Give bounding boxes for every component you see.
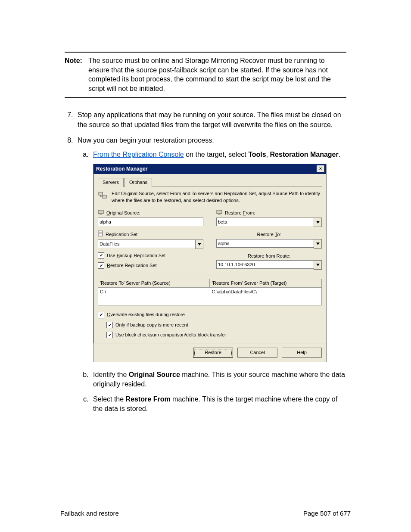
note-label: Note: — [65, 56, 88, 93]
note-bottom-rule — [65, 97, 346, 98]
restore-to-combo[interactable] — [216, 239, 322, 249]
step-7: Stop any applications that may be runnin… — [75, 110, 346, 130]
step-8b-bold: Original Source — [129, 371, 180, 378]
restore-repl-checkbox-row[interactable]: ✔ Restore Replication Set — [98, 262, 203, 269]
help-button[interactable]: Help — [282, 348, 322, 358]
chevron-down-icon[interactable] — [195, 240, 203, 249]
checkbox-icon[interactable]: ✔ — [98, 262, 104, 269]
restore-from-label: Restore From: — [216, 210, 322, 217]
svg-rect-11 — [217, 210, 222, 214]
step-8a-restmgr: Restoration Manager — [270, 151, 339, 158]
svg-marker-15 — [316, 264, 320, 266]
restore-route-combo[interactable] — [216, 260, 322, 270]
replication-console-link[interactable]: From the Replication Console — [93, 151, 184, 158]
path-headers: 'Restore To' Server Path (Source) 'Resto… — [98, 279, 322, 288]
step-8a: From the Replication Console on the targ… — [90, 150, 346, 362]
only-recent-label: Only if backup copy is more recent — [115, 322, 188, 328]
restore-to-input[interactable] — [216, 239, 314, 248]
step-7-text: Stop any applications that may be runnin… — [78, 111, 341, 128]
dialog-title: Restoration Manager — [96, 165, 147, 173]
original-source-input[interactable] — [98, 218, 203, 226]
dialog-titlebar[interactable]: Restoration Manager × — [93, 164, 326, 174]
chevron-down-icon[interactable] — [314, 239, 322, 249]
restore-to-label: Restore To: — [216, 231, 322, 238]
sub-list: From the Replication Console on the targ… — [78, 150, 346, 414]
replication-set-label: Replication Set: — [98, 230, 203, 238]
restoration-manager-dialog: Restoration Manager × Servers Orphans — [93, 164, 327, 362]
original-source-label: Original Source: — [98, 210, 203, 217]
footer-right: Page 507 of 677 — [303, 510, 351, 517]
checksum-checkbox-row[interactable]: ✔ Use block checksum comparison/delta bl… — [106, 332, 322, 338]
step-8a-sep: , — [266, 151, 270, 158]
overwrite-checkbox-row[interactable]: ✔ Overwrite existing files during restor… — [98, 311, 322, 318]
path-body[interactable]: C:\ C:\alpha\DataFiles\C\ — [98, 288, 322, 305]
checkbox-icon[interactable]: ✔ — [98, 252, 104, 259]
restore-repl-label: Restore Replication Set — [107, 262, 157, 269]
servers-icon — [98, 190, 108, 201]
intro-row: Edit Original Source, select From and To… — [98, 190, 322, 204]
step-8a-tools: Tools — [248, 151, 266, 158]
intro-text: Edit Original Source, select From and To… — [112, 190, 322, 204]
checkbox-icon[interactable]: ✔ — [98, 312, 104, 318]
path-src-value: C:\ — [98, 288, 210, 305]
step-8c: Select the Restore From machine. This is… — [90, 395, 346, 414]
restore-button[interactable]: Restore — [193, 348, 233, 358]
close-icon[interactable]: × — [317, 165, 324, 172]
computer-icon — [98, 210, 104, 217]
svg-rect-5 — [100, 214, 102, 215]
svg-rect-0 — [99, 192, 103, 195]
checkbox-icon[interactable]: ✔ — [106, 322, 113, 328]
footer-left: Failback and restore — [60, 510, 119, 517]
svg-marker-14 — [316, 243, 320, 245]
step-8c-pre: Select the — [93, 395, 126, 403]
cancel-button[interactable]: Cancel — [237, 348, 277, 358]
checksum-label: Use block checksum comparison/delta bloc… — [115, 332, 226, 338]
tab-orphans[interactable]: Orphans — [125, 178, 152, 187]
replication-set-input[interactable] — [98, 240, 195, 248]
replication-set-combo[interactable] — [98, 240, 203, 249]
note-text: The source must be online and Storage Mi… — [88, 56, 346, 93]
svg-rect-1 — [103, 195, 106, 198]
step-8b-pre: Identify the — [93, 371, 129, 378]
step-8a-mid: on the target, select — [184, 151, 248, 158]
restore-route-input[interactable] — [216, 260, 314, 269]
only-recent-checkbox-row[interactable]: ✔ Only if backup copy is more recent — [106, 322, 322, 328]
path-tgt-header: 'Restore From' Server Path (Target) — [210, 279, 322, 288]
overwrite-label: Overwrite existing files during restore — [107, 311, 185, 318]
document-icon — [98, 230, 103, 238]
use-backup-label: Use Backup Replication Set — [107, 252, 165, 259]
svg-marker-13 — [316, 221, 320, 224]
step-8a-end: . — [339, 151, 340, 158]
restore-from-input[interactable] — [216, 218, 314, 226]
checkbox-icon[interactable]: ✔ — [106, 332, 113, 338]
computer-icon — [216, 210, 222, 217]
tab-strip: Servers Orphans — [98, 177, 322, 187]
svg-marker-10 — [198, 243, 201, 246]
dialog-button-row: Restore Cancel Help — [93, 343, 326, 362]
page-footer: Failback and restore Page 507 of 677 — [60, 506, 351, 517]
path-src-header: 'Restore To' Server Path (Source) — [98, 279, 210, 288]
path-tgt-value: C:\alpha\DataFiles\C\ — [210, 288, 322, 305]
restore-route-label: Restore from Route: — [216, 253, 322, 259]
svg-rect-4 — [98, 210, 103, 214]
main-ordered-list: Stop any applications that may be runnin… — [65, 110, 346, 414]
step-8c-bold: Restore From — [126, 395, 171, 403]
step-8-text: Now you can begin your restoration proce… — [78, 137, 214, 144]
chevron-down-icon[interactable] — [314, 218, 322, 227]
tab-servers[interactable]: Servers — [98, 178, 124, 187]
restore-from-combo[interactable] — [216, 218, 322, 227]
svg-rect-6 — [98, 231, 103, 236]
step-8: Now you can begin your restoration proce… — [75, 136, 346, 414]
svg-rect-12 — [218, 214, 221, 215]
chevron-down-icon[interactable] — [314, 260, 322, 270]
use-backup-checkbox-row[interactable]: ✔ Use Backup Replication Set — [98, 252, 203, 259]
note-block: Note: The source must be online and Stor… — [65, 53, 346, 97]
step-8b: Identify the Original Source machine. Th… — [90, 370, 346, 389]
